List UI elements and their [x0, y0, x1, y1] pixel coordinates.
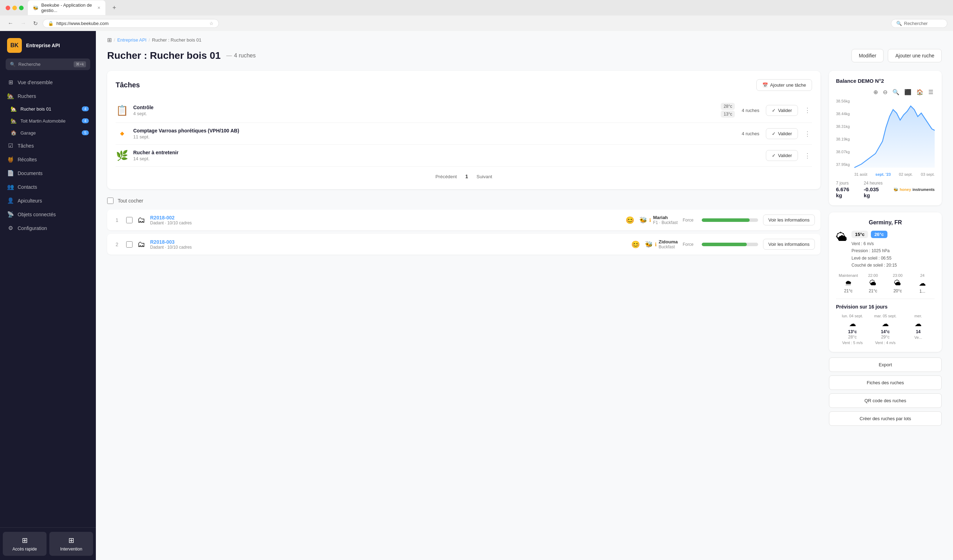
stat-label-24h: 24 heures — [864, 181, 886, 186]
fd-min-1: 28°c — [836, 334, 869, 340]
sidebar-item-vue-ensemble[interactable]: ⊞ Vue d'ensemble — [3, 76, 93, 89]
left-col: Tâches 📅 Ajouter une tâche 📋 Contrôle 4 … — [107, 71, 821, 426]
valider-button-3[interactable]: ✓ Valider — [766, 150, 798, 161]
sidebar-label-contacts: Contacts — [18, 184, 37, 190]
sidebar-item-recoltes[interactable]: 🍯 Récoltes — [3, 153, 93, 166]
temp-low-1: 13°c — [721, 111, 735, 118]
back-button[interactable]: ← — [6, 19, 16, 28]
honey-logo: 🐝 honey instruments — [893, 181, 935, 198]
forward-button[interactable]: → — [18, 19, 28, 28]
more-button-3[interactable]: ⋮ — [803, 150, 812, 161]
modifier-button[interactable]: Modifier — [852, 49, 884, 62]
fd-max-2: 14°c — [869, 329, 902, 334]
sidebar-item-objets-connectes[interactable]: 📡 Objets connectés — [3, 208, 93, 221]
sidebar: BK Entreprise API 🔍 Recherche ⌘+k ⊞ Vue … — [0, 31, 96, 560]
stat-24h: 24 heures -0.035 kg — [864, 181, 886, 198]
minimize-dot[interactable] — [12, 6, 17, 10]
pan-button[interactable]: ⬛ — [903, 88, 913, 96]
sidebar-item-taches[interactable]: ☑ Tâches — [3, 139, 93, 152]
fd-icon-1: ☁ — [836, 319, 869, 328]
wt-temp-23: 20°c — [885, 288, 910, 293]
reload-button[interactable]: ↻ — [31, 19, 40, 28]
sidebar-item-garage[interactable]: 🏠 Garage 5 — [6, 127, 93, 138]
task-name-1: Contrôle — [133, 105, 716, 110]
hive-num-1: 1 — [113, 217, 121, 223]
tasks-card: Tâches 📅 Ajouter une tâche 📋 Contrôle 4 … — [107, 71, 821, 189]
breadcrumb-enterprise[interactable]: Entreprise API — [117, 37, 147, 43]
sidebar-item-contacts[interactable]: 👥 Contacts — [3, 180, 93, 193]
valider-button-2[interactable]: ✓ Valider — [766, 128, 798, 139]
browser-titlebar: 🐝 Beekube - Application de gestio... ✕ + — [0, 0, 953, 15]
tab-close-icon[interactable]: ✕ — [97, 6, 101, 10]
qr-code-button[interactable]: QR code des ruches — [829, 393, 942, 408]
address-bar[interactable]: 🔒 https://www.beekube.com ☆ — [43, 19, 219, 28]
fiches-ruches-button[interactable]: Fiches des ruches — [829, 376, 942, 390]
sidebar-nav: ⊞ Vue d'ensemble 🏡 Ruchers 🏡 Rucher bois… — [0, 76, 96, 527]
badge-toit-martin: 4 — [82, 118, 89, 123]
task-row: 🔸 Comptage Varroas phorétiques (VPH/100 … — [116, 123, 812, 145]
current-page: 1 — [463, 172, 471, 181]
hive-checkbox-1[interactable] — [126, 217, 132, 223]
fd-min-2: 29°c — [869, 334, 902, 340]
next-page-button[interactable]: Suivant — [474, 173, 495, 181]
export-button[interactable]: Export — [829, 357, 942, 372]
browser-tab[interactable]: 🐝 Beekube - Application de gestio... ✕ — [28, 0, 106, 15]
more-button-1[interactable]: ⋮ — [803, 105, 812, 116]
intervention-button[interactable]: ⊞ Intervention — [49, 532, 93, 556]
breadcrumb-home-icon: ⊞ — [107, 37, 112, 43]
forecast-day-3: mer. ☁ 14 Ve... — [902, 314, 935, 345]
y-label-6: 37.95kg — [836, 162, 854, 167]
hive-row: 1 🗂 R2018-002 Dadant · 10/10 cadres 😊 🐝 … — [107, 210, 821, 230]
hive-checkbox-2[interactable] — [126, 241, 132, 248]
sidebar-label-documents: Documents — [18, 170, 43, 176]
wt-icon-22: 🌥 — [861, 279, 885, 287]
prev-page-button[interactable]: Précédent — [433, 173, 459, 181]
hive-id-1[interactable]: R2018-002 — [150, 215, 621, 220]
weather-timeline: Maintenant 🌧 21°c 22:00 🌥 21°c 23:00 🌥 — [836, 273, 935, 294]
sidebar-item-documents[interactable]: 📄 Documents — [3, 167, 93, 179]
sidebar-label-vue-ensemble: Vue d'ensemble — [18, 80, 53, 85]
bookmark-icon[interactable]: ☆ — [210, 21, 214, 26]
menu-button[interactable]: ☰ — [927, 88, 935, 96]
weather-time-now: Maintenant 🌧 21°c — [836, 273, 861, 294]
more-button-2[interactable]: ⋮ — [803, 128, 812, 139]
toit-icon: 🏡 — [10, 118, 17, 124]
new-tab-button[interactable]: + — [110, 4, 119, 12]
browser-search[interactable]: 🔍 Rechercher — [891, 19, 947, 28]
forecast-row: lun. 04 sept. ☁ 13°c 28°c Vent : 5 m/s m… — [836, 314, 935, 345]
valider-button-1[interactable]: ✓ Valider — [766, 105, 798, 116]
sidebar-item-ruchers[interactable]: 🏡 Ruchers — [3, 90, 93, 102]
ajouter-ruche-button[interactable]: Ajouter une ruche — [888, 49, 942, 62]
close-dot[interactable] — [6, 6, 10, 10]
home-button[interactable]: 🏠 — [915, 88, 925, 96]
quick-access-button[interactable]: ⊞ Accès rapide — [3, 532, 47, 556]
zoom-in-button[interactable]: ⊕ — [872, 88, 879, 96]
add-task-button[interactable]: 📅 Ajouter une tâche — [756, 79, 812, 91]
instruments-text: instruments — [913, 187, 935, 192]
sidebar-item-apiculteurs[interactable]: 👤 Apiculteurs — [3, 194, 93, 207]
zoom-reset-button[interactable]: 🔍 — [891, 88, 901, 96]
see-info-button-1[interactable]: Voir les informations — [763, 215, 815, 226]
creer-lots-button[interactable]: Créer des ruches par lots — [829, 411, 942, 426]
config-icon: ⚙ — [7, 225, 14, 231]
task-row: 📋 Contrôle 4 sept. 28°c 13°c 4 ruches ✓ — [116, 98, 812, 123]
sidebar-item-rucher-bois-01[interactable]: 🏡 Rucher bois 01 4 — [6, 103, 93, 114]
weather-time-23: 23:00 🌥 20°c — [885, 273, 910, 294]
check-all-checkbox[interactable] — [107, 198, 113, 204]
check-icon: ✓ — [772, 131, 776, 136]
see-info-button-2[interactable]: Voir les informations — [763, 239, 815, 250]
hive-id-2[interactable]: R2018-003 — [150, 239, 626, 245]
force-bar-1 — [702, 218, 758, 222]
maximize-dot[interactable] — [19, 6, 23, 10]
wt-time-22: 22:00 — [861, 273, 885, 277]
sidebar-item-toit-martin[interactable]: 🏡 Toit Martin Automobile 4 — [6, 115, 93, 127]
sidebar-label-apiculteurs: Apiculteurs — [18, 198, 42, 204]
stat-label-7j: 7 jours — [836, 181, 857, 186]
weather-divider — [836, 299, 935, 299]
logo-text: BK — [10, 42, 18, 49]
fd-temps-1: 13°c 28°c — [836, 329, 869, 340]
force-bar-2 — [702, 243, 758, 246]
sidebar-search-box[interactable]: 🔍 Recherche ⌘+k — [6, 59, 90, 70]
sidebar-item-configuration[interactable]: ⚙ Configuration — [3, 221, 93, 235]
zoom-out-button[interactable]: ⊖ — [882, 88, 889, 96]
